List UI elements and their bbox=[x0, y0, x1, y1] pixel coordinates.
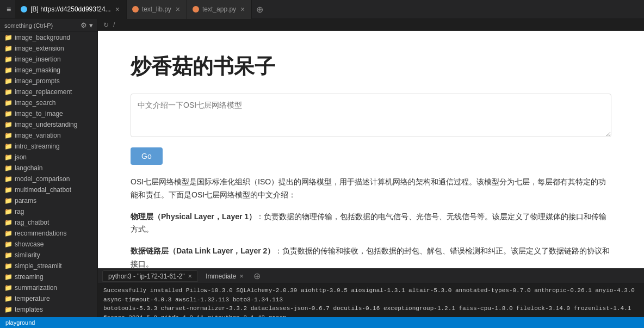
tab-add-button[interactable]: ⊕ bbox=[252, 4, 268, 15]
sidebar-item-icon: 📁 bbox=[4, 273, 12, 281]
sidebar-item-icon: 📁 bbox=[4, 45, 12, 52]
tab-text-app[interactable]: text_app.py × bbox=[187, 0, 252, 19]
layer1-paragraph: 物理层（Physical Layer，Layer 1）：负责数据的物理传输，包括… bbox=[131, 211, 611, 237]
sidebar-item-image-prompts[interactable]: 📁image_prompts bbox=[0, 76, 97, 86]
tab-text-lib-label: text_lib.py bbox=[142, 5, 171, 13]
sidebar-gear-icon[interactable]: ⚙ ▾ bbox=[81, 21, 93, 29]
status-bar: playground bbox=[0, 317, 644, 328]
sidebar-item-label: langchain bbox=[15, 164, 42, 172]
sidebar-item-icon: 📁 bbox=[4, 88, 12, 96]
sidebar-item-label: image_prompts bbox=[15, 77, 60, 85]
preview-content: OSI七层网络模型是国际标准化组织（ISO）提出的网络模型，用于描述计算机网络的… bbox=[131, 176, 611, 268]
terminal-tab-immediate[interactable]: Immediate × bbox=[200, 271, 249, 281]
terminal-add-button[interactable]: ⊕ bbox=[251, 271, 263, 281]
tab-browser-label: [B] https://d4250dd993f24... bbox=[30, 5, 110, 13]
sidebar-item-label: image_to_image bbox=[15, 110, 63, 117]
menu-icon[interactable]: ≡ bbox=[2, 5, 15, 14]
intro-text: OSI七层网络模型是国际标准化组织（ISO）提出的网络模型，用于描述计算机网络的… bbox=[131, 176, 611, 202]
sidebar-item-icon: 📁 bbox=[4, 284, 12, 292]
tab-text-lib-close[interactable]: × bbox=[175, 4, 181, 14]
sidebar-item-label: intro_streaming bbox=[15, 143, 60, 150]
tab-text-lib-icon bbox=[132, 6, 139, 13]
terminal-tab-bar: python3 - "ip-172-31-61-2" × Immediate ×… bbox=[98, 269, 644, 284]
sidebar-item-icon: 📁 bbox=[4, 197, 12, 205]
breadcrumb-path: / bbox=[113, 21, 115, 29]
content-area: ↻ / 炒香菇的书呆子 Go OSI七层网络模型是国际标准化组织（ISO）提出的… bbox=[98, 19, 644, 317]
refresh-icon[interactable]: ↻ bbox=[103, 21, 109, 29]
tab-bar: ≡ [B] https://d4250dd993f24... × text_li… bbox=[0, 0, 644, 19]
sidebar-item-image-background[interactable]: 📁image_background bbox=[0, 32, 97, 43]
sidebar-item-label: image_variation bbox=[15, 132, 61, 139]
terminal-tab-immediate-close[interactable]: × bbox=[239, 272, 244, 280]
tab-browser-close[interactable]: × bbox=[114, 4, 121, 14]
sidebar-item-json[interactable]: 📁json bbox=[0, 152, 97, 163]
sidebar-item-showcase[interactable]: 📁showcase bbox=[0, 239, 97, 250]
sidebar-item-langchain[interactable]: 📁langchain bbox=[0, 163, 97, 174]
sidebar-item-temperature[interactable]: 📁temperature bbox=[0, 293, 97, 304]
terminal-area: python3 - "ip-172-31-61-2" × Immediate ×… bbox=[98, 268, 644, 317]
sidebar-item-icon: 📁 bbox=[4, 186, 12, 194]
sidebar-item-label: image_background bbox=[15, 34, 70, 41]
sidebar-item-similarity[interactable]: 📁similarity bbox=[0, 250, 97, 261]
layer2-title: 数据链路层（Data Link Layer，Layer 2） bbox=[131, 246, 275, 255]
sidebar-item-multimodal-chatbot[interactable]: 📁multimodal_chatbot bbox=[0, 184, 97, 195]
sidebar-item-recommendations[interactable]: 📁recommendations bbox=[0, 228, 97, 239]
sidebar-item-icon: 📁 bbox=[4, 175, 12, 183]
sidebar-item-icon: 📁 bbox=[4, 121, 12, 128]
sidebar-item-image-search[interactable]: 📁image_search bbox=[0, 97, 97, 108]
sidebar-item-label: similarity bbox=[15, 251, 40, 259]
breadcrumb-bar: ↻ / bbox=[98, 19, 644, 31]
terminal-tab-python-close[interactable]: × bbox=[188, 272, 193, 280]
sidebar: something (Ctrl-P) ⚙ ▾ 📁image_background… bbox=[0, 19, 98, 317]
sidebar-item-image-understanding[interactable]: 📁image_understanding bbox=[0, 119, 97, 130]
sidebar-item-icon: 📁 bbox=[4, 230, 12, 237]
sidebar-item-summarization[interactable]: 📁summarization bbox=[0, 282, 97, 293]
status-left: playground bbox=[5, 319, 35, 326]
sidebar-item-templates[interactable]: 📁templates bbox=[0, 304, 97, 315]
sidebar-item-image-insertion[interactable]: 📁image_insertion bbox=[0, 54, 97, 65]
sidebar-item-intro-streaming[interactable]: 📁intro_streaming bbox=[0, 141, 97, 152]
sidebar-item-image-replacement[interactable]: 📁image_replacement bbox=[0, 86, 97, 97]
sidebar-item-icon: 📁 bbox=[4, 164, 12, 172]
sidebar-item-icon: 📁 bbox=[4, 99, 12, 107]
sidebar-item-label: image_extension bbox=[15, 45, 64, 52]
sidebar-item-simple-streamlit[interactable]: 📁simple_streamlit bbox=[0, 261, 97, 271]
sidebar-item-label: showcase bbox=[15, 240, 44, 248]
tab-browser-icon bbox=[21, 6, 27, 13]
sidebar-item-model-comparison[interactable]: 📁model_comparison bbox=[0, 174, 97, 184]
sidebar-item-icon: 📁 bbox=[4, 132, 12, 139]
sidebar-header-title: something (Ctrl-P) bbox=[4, 22, 53, 29]
sidebar-item-params[interactable]: 📁params bbox=[0, 195, 97, 206]
tab-text-app-close[interactable]: × bbox=[239, 4, 246, 14]
tab-text-lib[interactable]: text_lib.py × bbox=[127, 0, 187, 19]
sidebar-item-label: image_replacement bbox=[15, 88, 72, 96]
sidebar-item-label: image_understanding bbox=[15, 121, 77, 128]
sidebar-header: something (Ctrl-P) ⚙ ▾ bbox=[0, 19, 97, 32]
playground-label: playground bbox=[5, 319, 35, 326]
preview-pane: 炒香菇的书呆子 Go OSI七层网络模型是国际标准化组织（ISO）提出的网络模型… bbox=[98, 31, 644, 268]
sidebar-item-streaming[interactable]: 📁streaming bbox=[0, 271, 97, 282]
sidebar-item-image-to-image[interactable]: 📁image_to_image bbox=[0, 108, 97, 119]
sidebar-item-image-masking[interactable]: 📁image_masking bbox=[0, 65, 97, 76]
terminal-tab-python[interactable]: python3 - "ip-172-31-61-2" × bbox=[102, 270, 198, 282]
sidebar-item-label: image_insertion bbox=[15, 55, 61, 63]
sidebar-item-label: temperature bbox=[15, 295, 50, 302]
sidebar-items-container: 📁image_background📁image_extension📁image_… bbox=[0, 32, 97, 317]
go-button[interactable]: Go bbox=[131, 147, 163, 165]
sidebar-item-icon: 📁 bbox=[4, 251, 12, 259]
tab-browser[interactable]: [B] https://d4250dd993f24... × bbox=[15, 0, 127, 19]
sidebar-item-label: multimodal_chatbot bbox=[15, 186, 71, 194]
sidebar-item-icon: 📁 bbox=[4, 208, 12, 215]
sidebar-item-rag-chatbot[interactable]: 📁rag_chatbot bbox=[0, 217, 97, 228]
sidebar-item-icon: 📁 bbox=[4, 55, 12, 63]
tab-text-app-label: text_app.py bbox=[202, 5, 236, 13]
sidebar-item-label: params bbox=[15, 197, 36, 205]
sidebar-item-image-variation[interactable]: 📁image_variation bbox=[0, 130, 97, 141]
sidebar-item-label: streaming bbox=[15, 273, 44, 281]
sidebar-item-label: image_masking bbox=[15, 66, 60, 74]
sidebar-item-image-extension[interactable]: 📁image_extension bbox=[0, 43, 97, 54]
sidebar-item-icon: 📁 bbox=[4, 153, 12, 161]
sidebar-item-rag[interactable]: 📁rag bbox=[0, 206, 97, 217]
sidebar-item-icon: 📁 bbox=[4, 143, 12, 150]
preview-textarea[interactable] bbox=[131, 94, 611, 137]
